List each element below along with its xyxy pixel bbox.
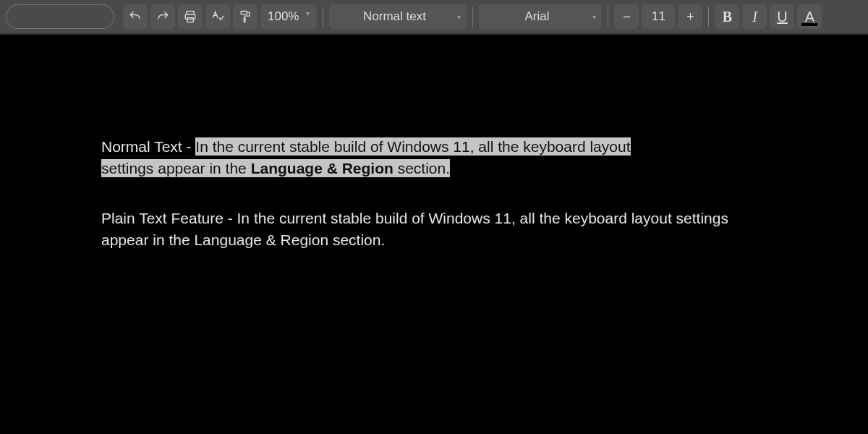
font-size-stepper: − 11 +: [614, 4, 702, 29]
underline-button[interactable]: U: [770, 4, 794, 29]
text-run: Normal Text -: [101, 138, 195, 155]
toolbar-divider: [708, 7, 709, 27]
text-color-button[interactable]: A: [797, 4, 822, 29]
text-run-bold: Language & Region: [251, 160, 393, 176]
undo-icon: [128, 9, 142, 24]
plus-icon: +: [686, 9, 694, 25]
bold-button[interactable]: B: [715, 4, 739, 29]
chevron-down-icon: ▾: [306, 9, 310, 17]
toolbar-divider: [608, 7, 608, 27]
underline-icon: U: [777, 9, 787, 25]
font-size-value[interactable]: 11: [642, 4, 675, 29]
italic-icon: I: [752, 9, 757, 25]
chevron-down-icon: ▾: [592, 13, 596, 21]
print-button[interactable]: [178, 4, 203, 29]
spellcheck-icon: [210, 9, 225, 24]
text-run: settings appear in the: [101, 160, 251, 176]
svg-rect-2: [187, 18, 193, 22]
search-input[interactable]: [6, 4, 114, 29]
paragraph-style-select[interactable]: Normal text ▾: [329, 4, 467, 29]
toolbar-divider: [472, 7, 473, 27]
minus-icon: −: [623, 9, 631, 25]
font-select[interactable]: Arial ▾: [479, 4, 602, 29]
document-area[interactable]: Normal Text - In the current stable buil…: [0, 35, 868, 252]
bold-icon: B: [723, 9, 732, 25]
svg-rect-3: [241, 12, 247, 14]
italic-button[interactable]: I: [742, 4, 767, 29]
svg-rect-4: [244, 19, 245, 22]
toolbar-divider: [323, 7, 323, 27]
font-value: Arial: [524, 9, 549, 24]
spellcheck-button[interactable]: [205, 4, 230, 29]
paint-format-button[interactable]: [233, 4, 258, 29]
redo-button[interactable]: [150, 4, 175, 29]
text-run: In the current stable build of Windows 1…: [195, 138, 630, 155]
text-run: Plain Text Feature - In the current stab…: [101, 210, 728, 248]
selection: settings appear in the Language & Region…: [101, 159, 450, 177]
redo-icon: [156, 9, 170, 24]
selection: In the current stable build of Windows 1…: [195, 137, 630, 156]
undo-button[interactable]: [123, 4, 148, 29]
paint-format-icon: [238, 9, 252, 24]
print-icon: [183, 9, 197, 24]
font-size-increase-button[interactable]: +: [678, 4, 702, 29]
text-color-icon: A: [805, 9, 814, 25]
zoom-value: 100%: [268, 9, 299, 24]
page[interactable]: Normal Text - In the current stable buil…: [0, 35, 868, 252]
text-run: section.: [393, 160, 450, 176]
paragraph[interactable]: Normal Text - In the current stable buil…: [101, 136, 767, 180]
chevron-down-icon: ▾: [457, 13, 461, 21]
zoom-select[interactable]: 100% ▾: [260, 4, 317, 29]
paragraph-style-value: Normal text: [363, 9, 426, 24]
paragraph[interactable]: Plain Text Feature - In the current stab…: [101, 208, 767, 252]
toolbar: 100% ▾ Normal text ▾ Arial ▾ − 11 + B I …: [0, 0, 868, 35]
font-size-decrease-button[interactable]: −: [614, 4, 639, 29]
